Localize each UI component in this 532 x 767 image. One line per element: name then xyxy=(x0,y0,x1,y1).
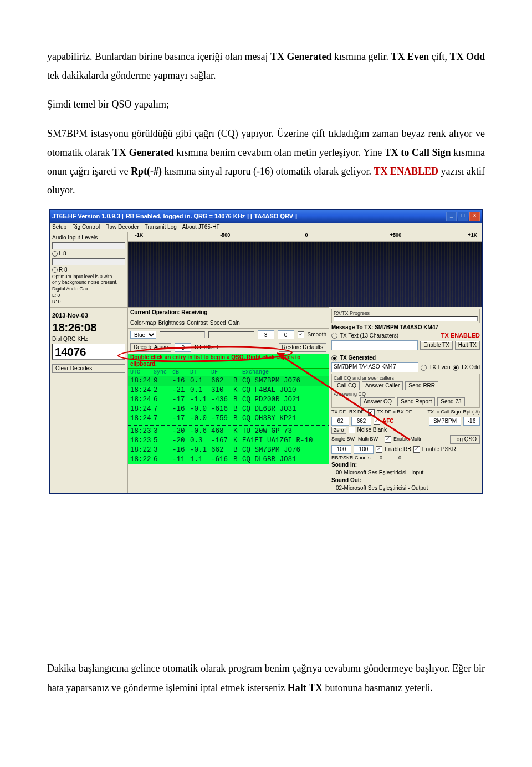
radio-l-icon[interactable] xyxy=(52,251,58,257)
call-sign-input[interactable] xyxy=(429,417,461,426)
date-value: 2013-Nov-03 xyxy=(52,312,125,319)
decode-row[interactable]: 18:247-17-0.0-759BCQ OH3BY KP21 xyxy=(128,414,329,423)
audio-levels-label: Audio Input Levels xyxy=(52,234,125,241)
decode-row[interactable]: 18:226-111.1-616BCQ DL6BR JO31 xyxy=(128,455,329,464)
decode-again-button[interactable]: Decode Again xyxy=(130,343,171,352)
dag-label: Digital Audio Gain xyxy=(52,287,125,292)
sound-out-value: 02-Microsoft Ses Eşleştiricisi - Output xyxy=(331,485,480,492)
enable-rb-checkbox[interactable] xyxy=(376,446,382,453)
current-operation-label: Current Operation: Receiving xyxy=(130,309,207,316)
send-rrr-button[interactable]: Send RRR xyxy=(405,381,438,390)
audio-level-l xyxy=(52,242,125,249)
dial-qrg-label: Dial QRG KHz xyxy=(52,336,125,342)
colormap-select[interactable]: Blue xyxy=(130,331,156,339)
contrast-slider[interactable] xyxy=(208,331,254,338)
tx-text-input[interactable] xyxy=(331,340,418,350)
audio-level-r xyxy=(52,258,125,265)
call-cq-button[interactable]: Call CQ xyxy=(334,381,360,390)
brightness-slider[interactable] xyxy=(160,331,205,338)
app-window: JT65-HF Version 1.0.9.3 [ RB Enabled, lo… xyxy=(49,209,483,494)
current-op-row: Current Operation: Receiving xyxy=(128,308,329,318)
enable-pskr-checkbox[interactable] xyxy=(413,446,420,453)
tx-generated-input[interactable]: SM7BPM TA4ASO KM47 xyxy=(331,362,418,372)
paragraph-2: Şimdi temel bir QSO yapalım; xyxy=(47,95,485,114)
decode-row[interactable]: 18:246-17-1.1-436BCQ PD200R JO21 xyxy=(128,395,329,405)
decode-list[interactable]: 18:249-160.1662BCQ SM7BPM JO7618:242-210… xyxy=(128,376,329,464)
close-icon[interactable]: X xyxy=(469,212,480,221)
smooth-checkbox[interactable] xyxy=(298,331,304,338)
tx-text-radio[interactable] xyxy=(331,333,337,339)
zero-button[interactable]: Zero xyxy=(331,427,346,434)
send-73-button[interactable]: Send 73 xyxy=(437,397,464,406)
menu-transmit-log[interactable]: Transmit Log xyxy=(145,224,177,231)
restore-defaults-button[interactable]: Restore Defaults xyxy=(279,343,326,352)
decode-row[interactable]: 18:249-160.1662BCQ SM7BPM JO76 xyxy=(128,376,329,386)
tx-enabled-label: TX ENABLED xyxy=(441,332,480,339)
decode-row[interactable]: 18:223-16-0.1662BCQ SM7BPM JO76 xyxy=(128,446,329,455)
msg-to-tx: Message To TX: SM7BPM TA4ASO KM47 xyxy=(331,324,480,331)
gain-input[interactable] xyxy=(278,330,294,339)
paragraph-4: Dakika başlangıcına gelince otomatik ola… xyxy=(47,659,485,697)
tx-generated-radio[interactable] xyxy=(331,355,337,361)
decode-columns: UTC Sync dB DT DF Exchange xyxy=(128,368,329,376)
txdf-eq-rxdf-checkbox[interactable] xyxy=(368,409,375,416)
optimum-note: Optimum input level is 0 with only backg… xyxy=(52,274,125,285)
tx-panel: RX/TX Progress Message To TX: SM7BPM TA4… xyxy=(329,307,482,493)
dial-qrg-input[interactable]: 14076 xyxy=(52,344,125,360)
menu-about[interactable]: About JT65-HF xyxy=(182,224,220,231)
clear-decodes-button[interactable]: Clear Decodes xyxy=(52,364,125,373)
decode-row[interactable]: 18:233-20-0.6468KTU 20W GP 73 xyxy=(128,427,329,436)
progress-bar xyxy=(334,316,478,321)
single-bw-input[interactable] xyxy=(331,445,351,454)
frequency-ruler: -1K -500 0 +500 +1K xyxy=(128,232,482,242)
rpt-input[interactable] xyxy=(463,417,480,426)
menu-raw-decoder[interactable]: Raw Decoder xyxy=(105,224,139,231)
enable-multi-checkbox[interactable] xyxy=(385,436,391,443)
dt-offset-input[interactable] xyxy=(175,343,191,352)
halt-tx-button[interactable]: Halt TX xyxy=(455,341,480,350)
enable-tx-button[interactable]: Enable TX xyxy=(420,341,453,350)
decode-row[interactable]: 18:235-200.3-167KEA1EI UA1ZGI R-10 xyxy=(128,436,329,446)
log-qso-button[interactable]: Log QSO xyxy=(450,435,480,444)
txdf-input[interactable] xyxy=(331,417,349,426)
clock-panel: 2013-Nov-03 18:26:08 Dial QRG KHz 14076 … xyxy=(50,307,128,493)
menu-setup[interactable]: Setup xyxy=(52,224,66,231)
minimize-icon[interactable]: _ xyxy=(446,212,457,221)
paragraph-3: SM7BPM istasyonu görüldüğü gibi çağrı (C… xyxy=(47,124,485,200)
rxdf-input[interactable] xyxy=(351,417,371,426)
speed-input[interactable] xyxy=(258,330,274,339)
maximize-icon[interactable]: □ xyxy=(458,212,468,221)
noise-blank-checkbox[interactable] xyxy=(349,427,355,433)
multi-bw-input[interactable] xyxy=(354,445,374,454)
time-value: 18:26:08 xyxy=(52,320,125,334)
menubar: Setup Rig Control Raw Decoder Transmit L… xyxy=(50,223,482,232)
paragraph-1: yapabiliriz. Bunlardan birine basınca iç… xyxy=(47,47,485,85)
decode-separator xyxy=(128,425,329,426)
answer-caller-button[interactable]: Answer Caller xyxy=(362,381,403,390)
left-panel: Audio Input Levels L 8 R 8 Optimum input… xyxy=(50,232,128,307)
answer-cq-button[interactable]: Answer CQ xyxy=(360,397,395,406)
radio-r-icon[interactable] xyxy=(52,267,58,273)
decode-row[interactable]: 18:247-16-0.0-616BCQ DL6BR JO31 xyxy=(128,405,329,414)
sound-in-value: 00-Microsoft Ses Eşleştiricisi - Input xyxy=(331,469,480,476)
decode-row[interactable]: 18:242-210.1310KCQ F4BAL JO10 xyxy=(128,386,329,395)
send-report-button[interactable]: Send Report xyxy=(397,397,435,406)
tx-odd-radio[interactable] xyxy=(453,365,459,371)
menu-rig-control[interactable]: Rig Control xyxy=(72,224,100,231)
tx-even-radio[interactable] xyxy=(421,365,427,371)
window-title: JT65-HF Version 1.0.9.3 [ RB Enabled, lo… xyxy=(52,213,297,220)
waterfall-display[interactable] xyxy=(128,242,482,307)
titlebar: JT65-HF Version 1.0.9.3 [ RB Enabled, lo… xyxy=(50,210,482,223)
hint-row: Double click an entry in list to begin a… xyxy=(128,354,329,368)
afc-checkbox[interactable] xyxy=(374,418,380,425)
